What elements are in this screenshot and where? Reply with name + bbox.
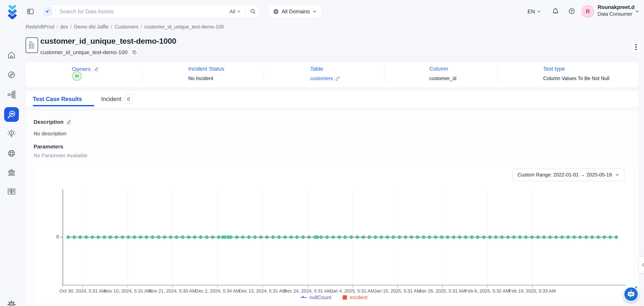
nullcount-data-point[interactable] bbox=[488, 235, 492, 239]
nullcount-data-point[interactable] bbox=[609, 235, 612, 239]
nullcount-data-point[interactable] bbox=[386, 235, 389, 239]
nullcount-data-point[interactable] bbox=[296, 235, 299, 239]
nullcount-data-point[interactable] bbox=[235, 235, 238, 239]
nullcount-data-point[interactable] bbox=[356, 235, 359, 239]
nullcount-data-point[interactable] bbox=[326, 235, 329, 239]
nullcount-data-point[interactable] bbox=[109, 235, 112, 239]
nullcount-data-point[interactable] bbox=[422, 235, 425, 239]
nullcount-data-point[interactable] bbox=[277, 235, 281, 239]
nullcount-data-point[interactable] bbox=[283, 235, 287, 239]
nullcount-data-point[interactable] bbox=[320, 235, 323, 239]
sidebar-item-govern[interactable] bbox=[7, 168, 16, 177]
nullcount-data-point[interactable] bbox=[308, 235, 311, 239]
sidebar-item-glossary[interactable] bbox=[7, 187, 16, 196]
nullcount-data-point[interactable] bbox=[458, 235, 462, 239]
nullcount-data-point[interactable] bbox=[241, 235, 244, 239]
nullcount-data-point[interactable] bbox=[542, 235, 546, 239]
nullcount-data-point[interactable] bbox=[193, 235, 196, 239]
nullcount-data-point[interactable] bbox=[512, 235, 516, 239]
sidebar-item-explore[interactable] bbox=[7, 70, 16, 79]
search-scope-select[interactable]: All bbox=[230, 9, 241, 15]
nullcount-data-point[interactable] bbox=[572, 235, 576, 239]
nullcount-data-point[interactable] bbox=[374, 235, 377, 239]
nullcount-data-point[interactable] bbox=[169, 235, 172, 239]
sidebar-item-domains[interactable] bbox=[7, 149, 16, 158]
sidebar-item-observability-active[interactable] bbox=[4, 107, 19, 122]
table-link[interactable]: customers bbox=[310, 76, 340, 81]
nullcount-data-point[interactable] bbox=[247, 235, 250, 239]
collapse-panel-button[interactable] bbox=[638, 256, 644, 273]
nullcount-data-point[interactable] bbox=[211, 235, 214, 239]
copy-icon[interactable] bbox=[130, 48, 138, 56]
nullcount-data-point[interactable] bbox=[506, 235, 510, 239]
nullcount-data-point[interactable] bbox=[102, 235, 106, 239]
nullcount-data-point[interactable] bbox=[199, 235, 202, 239]
nullcount-data-point[interactable] bbox=[597, 235, 600, 239]
nullcount-data-point[interactable] bbox=[482, 235, 486, 239]
nullcount-data-point[interactable] bbox=[368, 235, 371, 239]
owner-avatar[interactable]: H bbox=[72, 71, 82, 81]
nullcount-data-point[interactable] bbox=[226, 235, 230, 239]
nullcount-data-point[interactable] bbox=[452, 235, 455, 239]
nullcount-data-point[interactable] bbox=[157, 235, 160, 239]
nullcount-data-point[interactable] bbox=[566, 235, 570, 239]
nullcount-data-point[interactable] bbox=[66, 235, 70, 239]
nullcount-data-point[interactable] bbox=[398, 235, 401, 239]
search-icon[interactable] bbox=[250, 8, 256, 15]
nullcount-data-point[interactable] bbox=[536, 235, 540, 239]
edit-owners-pencil-icon[interactable] bbox=[93, 66, 100, 72]
nullcount-data-point[interactable] bbox=[338, 235, 341, 239]
nullcount-data-point[interactable] bbox=[524, 235, 528, 239]
nullcount-data-point[interactable] bbox=[434, 235, 437, 239]
nullcount-data-point[interactable] bbox=[253, 235, 256, 239]
nullcount-data-point[interactable] bbox=[560, 235, 564, 239]
nullcount-data-point[interactable] bbox=[121, 235, 124, 239]
global-search-bar[interactable]: All bbox=[40, 5, 261, 18]
nullcount-data-point[interactable] bbox=[316, 235, 319, 239]
nullcount-data-point[interactable] bbox=[139, 235, 142, 239]
breadcrumb-item[interactable]: RedshiftProd bbox=[26, 24, 54, 30]
nullcount-data-point[interactable] bbox=[410, 235, 413, 239]
language-select[interactable]: EN bbox=[528, 0, 541, 23]
nullcount-data-point[interactable] bbox=[530, 235, 534, 239]
nullcount-data-point[interactable] bbox=[163, 235, 166, 239]
nullcount-data-point[interactable] bbox=[344, 235, 347, 239]
nullcount-data-point[interactable] bbox=[133, 235, 136, 239]
nullcount-data-point[interactable] bbox=[90, 235, 94, 239]
sidebar-item-home[interactable] bbox=[7, 51, 16, 60]
nullcount-data-point[interactable] bbox=[590, 235, 594, 239]
tab-test-case-results[interactable]: Test Case Results bbox=[33, 91, 82, 107]
nullcount-data-point[interactable] bbox=[548, 235, 552, 239]
sidebar-item-insights[interactable] bbox=[7, 129, 16, 138]
nullcount-data-point[interactable] bbox=[446, 235, 450, 239]
nullcount-data-point[interactable] bbox=[97, 235, 100, 239]
nullcount-data-point[interactable] bbox=[554, 235, 558, 239]
nullcount-data-point[interactable] bbox=[289, 235, 293, 239]
nullcount-data-point[interactable] bbox=[350, 235, 353, 239]
breadcrumb-item[interactable]: dev bbox=[60, 24, 68, 30]
nullcount-data-point[interactable] bbox=[181, 235, 184, 239]
nullcount-data-point[interactable] bbox=[440, 235, 443, 239]
tab-incident[interactable]: Incident 0 bbox=[101, 91, 133, 107]
all-domains-button[interactable]: All Domains bbox=[268, 5, 322, 18]
nullcount-data-point[interactable] bbox=[428, 235, 431, 239]
nullcount-data-point[interactable] bbox=[578, 235, 582, 239]
nullcount-data-point[interactable] bbox=[187, 235, 190, 239]
nullcount-data-point[interactable] bbox=[265, 235, 269, 239]
nullcount-data-point[interactable] bbox=[145, 235, 148, 239]
nullcount-data-point[interactable] bbox=[259, 235, 263, 239]
nullcount-data-point[interactable] bbox=[115, 235, 118, 239]
nullcount-data-point[interactable] bbox=[301, 235, 305, 239]
nullcount-data-point[interactable] bbox=[494, 235, 498, 239]
nullcount-data-point[interactable] bbox=[217, 235, 220, 239]
search-input[interactable] bbox=[60, 9, 230, 15]
nullcount-data-point[interactable] bbox=[476, 235, 480, 239]
nullcount-data-point[interactable] bbox=[332, 235, 335, 239]
ai-sparkle-icon[interactable] bbox=[43, 7, 52, 16]
nullcount-data-point[interactable] bbox=[151, 235, 154, 239]
notifications-bell-icon[interactable] bbox=[552, 7, 560, 15]
breadcrumb-item[interactable]: Customers bbox=[114, 24, 138, 30]
nullcount-data-point[interactable] bbox=[602, 235, 606, 239]
edit-description-pencil-icon[interactable] bbox=[66, 120, 71, 124]
nullcount-data-point[interactable] bbox=[518, 235, 522, 239]
